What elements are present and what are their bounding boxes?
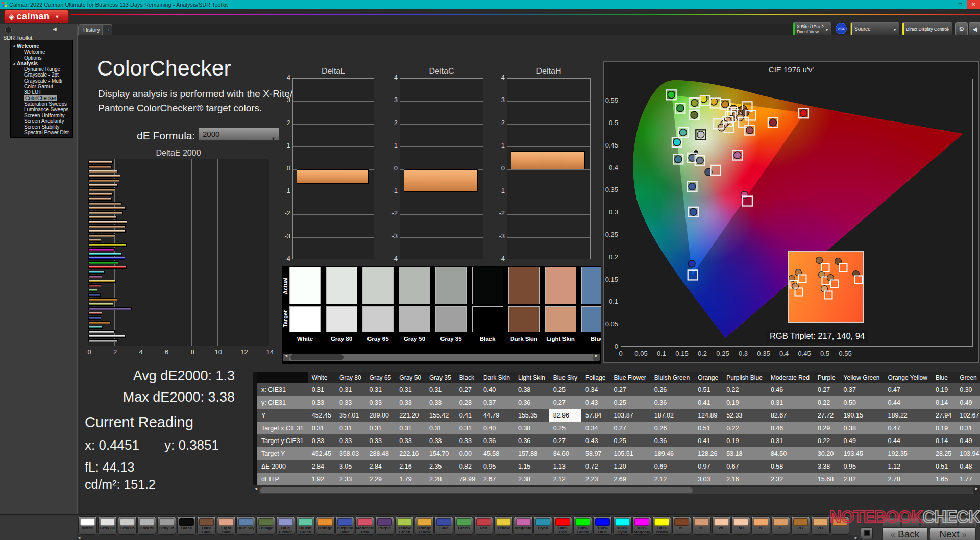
table-cell[interactable]: 0.51 xyxy=(932,460,955,473)
source-dropdown[interactable]: Source ▼ xyxy=(850,22,899,36)
table-cell[interactable]: 82.96 xyxy=(549,409,581,422)
table-cell[interactable]: 0.31 xyxy=(955,422,980,434)
table-cell[interactable]: 0.34 xyxy=(581,383,609,396)
table-cell[interactable]: 221.20 xyxy=(395,409,425,422)
palette-patch-5d[interactable]: 5D xyxy=(731,516,750,535)
table-cell[interactable]: 2.84 xyxy=(308,460,335,473)
table-cell[interactable]: 157.88 xyxy=(514,447,549,460)
table-cell[interactable]: 0.58 xyxy=(767,460,814,473)
table-cell[interactable]: 0.36 xyxy=(650,434,694,447)
table-cell[interactable]: 2.29 xyxy=(365,473,396,485)
transport-button-2[interactable] xyxy=(902,518,919,527)
table-cell[interactable]: 0.97 xyxy=(694,460,722,473)
table-cell[interactable]: 0.40 xyxy=(479,422,514,434)
table-cell[interactable]: 1.77 xyxy=(955,473,980,485)
sidebar-item-colorchecker[interactable]: ColorChecker xyxy=(11,95,72,101)
table-cell[interactable]: 2.82 xyxy=(840,473,884,485)
table-cell[interactable]: 0.22 xyxy=(814,434,840,447)
palette-patch-purple[interactable]: Purple xyxy=(375,516,394,535)
table-cell[interactable]: 0.67 xyxy=(722,460,767,473)
table-cell[interactable]: 0.31 xyxy=(455,422,479,434)
table-cell[interactable]: 358.03 xyxy=(335,447,365,460)
table-cell[interactable]: 0.37 xyxy=(479,396,514,409)
sidebar-item-color-gamut[interactable]: Color Gamut xyxy=(11,84,72,89)
table-cell[interactable]: 0.40 xyxy=(479,383,514,396)
table-scrollbar[interactable]: ◀ ▶ xyxy=(253,487,980,494)
table-cell[interactable]: 2.38 xyxy=(514,473,549,485)
palette-patch-moderate-red[interactable]: Moderate Red xyxy=(355,516,374,535)
palette-patch-red[interactable]: Red xyxy=(474,516,493,535)
table-cell[interactable]: 0.36 xyxy=(514,434,549,447)
palette-patch-2k[interactable]: 2K xyxy=(712,516,731,535)
table-cell[interactable]: 103.94 xyxy=(955,447,980,460)
transport-button-5[interactable] xyxy=(959,518,976,527)
transport-button-4[interactable] xyxy=(940,518,957,527)
table-cell[interactable]: 2.69 xyxy=(609,473,650,485)
palette-patch-black[interactable]: Black xyxy=(177,516,196,535)
palette-patch-light-skin[interactable]: Light Skin xyxy=(217,516,236,535)
palette-patch-7h[interactable]: 7H xyxy=(811,516,830,535)
sidebar-collapse-icon[interactable]: ◀ xyxy=(53,26,57,32)
table-cell[interactable]: 27.94 xyxy=(932,409,955,422)
table-cell[interactable]: 0.49 xyxy=(840,434,884,447)
table-cell[interactable]: 1.20 xyxy=(609,460,650,473)
palette-patch-100-red[interactable]: 100% Red xyxy=(553,516,572,535)
table-cell[interactable]: 0.31 xyxy=(395,422,425,434)
table-cell[interactable]: 0.49 xyxy=(955,396,980,409)
table-cell[interactable]: 0.31 xyxy=(365,422,396,434)
scroll-left-icon[interactable]: ◀ xyxy=(253,487,259,494)
sidebar-item-spectral-power-dist-[interactable]: Spectral Power Dist. xyxy=(11,130,72,135)
sidebar-item-luminance-sweeps[interactable]: Luminance Sweeps xyxy=(11,107,72,112)
table-cell[interactable]: 0.27 xyxy=(609,383,650,396)
palette-patch-cyan[interactable]: Cyan xyxy=(533,516,552,535)
table-cell[interactable]: 0.41 xyxy=(694,396,722,409)
sidebar-item-screen-angularity[interactable]: Screen Angularity xyxy=(11,118,72,124)
table-cell[interactable]: 58.97 xyxy=(581,447,609,460)
palette-patch-7e[interactable]: 7E xyxy=(751,516,770,535)
table-cell[interactable]: 0.47 xyxy=(884,422,932,434)
table-cell[interactable]: 0.27 xyxy=(814,383,840,396)
table-cell[interactable]: 0.27 xyxy=(455,383,479,396)
table-cell[interactable]: 0.14 xyxy=(932,396,955,409)
table-cell[interactable]: 105.51 xyxy=(609,447,650,460)
palette-patch-2f[interactable]: 2F xyxy=(692,516,711,535)
table-cell[interactable]: 2.35 xyxy=(425,460,455,473)
palette-patch-gray-80[interactable]: Gray 80 xyxy=(98,516,117,535)
table-cell[interactable]: 0.95 xyxy=(479,460,514,473)
table-cell[interactable]: 189.46 xyxy=(650,447,694,460)
table-cell[interactable]: 79.99 xyxy=(455,473,479,485)
table-cell[interactable]: 0.41 xyxy=(455,409,479,422)
table-cell[interactable]: 0.28 xyxy=(455,396,479,409)
table-cell[interactable]: 2.67 xyxy=(479,473,514,485)
table-cell[interactable]: 27.72 xyxy=(814,409,840,422)
table-cell[interactable]: 2.12 xyxy=(549,473,581,485)
palette-patch-blue-sky[interactable]: Blue Sky xyxy=(236,516,255,535)
table-cell[interactable]: 0.46 xyxy=(767,383,814,396)
table-cell[interactable]: 0.22 xyxy=(814,396,840,409)
table-cell[interactable]: 0.31 xyxy=(335,422,365,434)
table-cell[interactable]: 0.72 xyxy=(581,460,609,473)
sidebar-item-grayscale-2pt[interactable]: Grayscale - 2pt xyxy=(11,72,72,78)
table-cell[interactable]: 30.20 xyxy=(814,447,840,460)
table-cell[interactable]: 0.31 xyxy=(308,383,335,396)
palette-patch-yellow-green[interactable]: Yellow Green xyxy=(395,516,414,535)
table-cell[interactable]: 0.41 xyxy=(694,434,722,447)
table-cell[interactable]: 0.33 xyxy=(455,434,479,447)
table-cell[interactable]: 15.68 xyxy=(814,473,840,485)
sidebar-item-grayscale-multi[interactable]: Grayscale - Multi xyxy=(11,78,72,84)
table-cell[interactable]: 0.19 xyxy=(722,396,767,409)
table-cell[interactable]: 0.31 xyxy=(308,422,335,434)
table-cell[interactable]: 0.26 xyxy=(650,383,694,396)
table-cell[interactable]: 84.60 xyxy=(549,447,581,460)
palette-patch-2e[interactable]: 2E xyxy=(672,516,691,535)
table-cell[interactable]: 0.31 xyxy=(767,434,814,447)
close-button[interactable]: ✕ xyxy=(967,0,980,9)
table-cell[interactable]: 0.19 xyxy=(722,434,767,447)
palette-patch-100-blue[interactable]: 100% Blue xyxy=(593,516,612,535)
table-cell[interactable]: 0.33 xyxy=(365,396,396,409)
table-cell[interactable]: 103.87 xyxy=(609,409,650,422)
next-button[interactable]: Next » xyxy=(930,527,976,540)
table-cell[interactable]: 154.70 xyxy=(425,447,455,460)
sidebar-item-welcome[interactable]: Welcome xyxy=(11,49,72,55)
table-cell[interactable]: 0.36 xyxy=(650,396,694,409)
